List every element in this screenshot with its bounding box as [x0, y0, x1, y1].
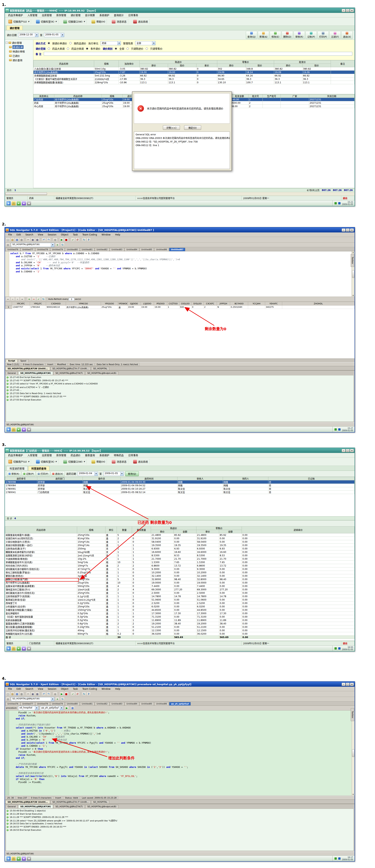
- switch-dept-button[interactable]: 切换科室(K): [34, 19, 59, 24]
- menu-item[interactable]: Search: [23, 687, 35, 691]
- switch-user-button[interactable]: 切换用户(U): [7, 459, 31, 464]
- copy-icon[interactable]: [31, 692, 35, 696]
- table-row[interactable]: 酒石酸美托洛尔片(倍他乐克)25mg*20s盒102.50000.002.500…: [5, 591, 354, 595]
- next-row-icon[interactable]: [15, 297, 20, 301]
- table-row[interactable]: 西咪替丁片0.2g*100s盒102.52000.002.52000.000.0…: [5, 601, 354, 605]
- log-line[interactable]: 15:27:43 select b.* from YF_YPCXDO a,YF_…: [7, 382, 353, 385]
- column-header[interactable]: CXCKFC: [204, 302, 217, 306]
- column-header[interactable]: 生产批号: [263, 94, 281, 98]
- scrollbar-thumb[interactable]: [5, 192, 47, 195]
- table-row[interactable]: 蒙脱石散(思密达)3g*10袋盒1032.14000.0032.14000.00…: [5, 574, 354, 578]
- column-header[interactable]: 金额: [174, 530, 196, 533]
- ie-icon[interactable]: [6, 646, 10, 651]
- scrollbar-thumb[interactable]: [352, 270, 354, 278]
- menu-item[interactable]: 入库管理: [25, 453, 39, 457]
- radio-category[interactable]: [48, 48, 50, 50]
- radio-purchase-only[interactable]: [126, 48, 129, 50]
- maximize-button[interactable]: [346, 449, 350, 452]
- database-icon[interactable]: [6, 697, 10, 701]
- collapse-icon[interactable]: [6, 42, 8, 44]
- column-header[interactable]: 退药时间: [121, 477, 177, 480]
- plsql-code[interactable]: PzxxOO := '本次调价范围内药品有科室退药尚未发药确认的药品,请先处理后…: [9, 711, 351, 796]
- column-header[interactable]: 差价: [196, 64, 217, 67]
- last-row-icon[interactable]: [20, 297, 24, 301]
- explorer-icon[interactable]: [11, 201, 16, 205]
- save-icon[interactable]: [15, 692, 19, 696]
- table-row[interactable]: 1780041门诊西药房陈文佳2009-01-05 08:52:14陈文佳陈文佳…: [5, 491, 354, 494]
- column-header[interactable]: 现价: [302, 64, 331, 67]
- column-header[interactable]: YPGLFC: [30, 302, 46, 306]
- menu-item[interactable]: 系统维护: [97, 453, 111, 457]
- messenger-icon[interactable]: [22, 201, 26, 205]
- editor-tab[interactable]: Untitled85: [139, 702, 154, 705]
- title-bar[interactable]: 医院管理系统【药品——管理员——9999】—— IP:10.99.99.92 【…: [5, 8, 354, 13]
- radio-by-drug[interactable]: [69, 42, 71, 44]
- column-header[interactable]: 金额: [219, 530, 242, 533]
- column-header[interactable]: 购进价: [140, 60, 217, 64]
- new-session-icon[interactable]: [55, 697, 59, 701]
- log-line[interactable]: 15:27:43 and a.CXZTOO = '1' --已调价: [7, 385, 353, 389]
- table-row[interactable]: 奥美拉唑肠溶胶囊(一品红)20mg*14s盒1119.350019.3519.3…: [5, 544, 354, 547]
- save-object-icon[interactable]: [70, 706, 75, 710]
- column-header[interactable]: 失效日期: [309, 94, 354, 98]
- tray-network-icon[interactable]: [335, 202, 337, 205]
- session-combo[interactable]: SD_HOSPITAL@BRJLN7(W): [11, 697, 54, 701]
- action-button[interactable]: 删除(D): [282, 31, 293, 39]
- menu-item[interactable]: File: [6, 233, 14, 237]
- settings-icon[interactable]: [27, 201, 31, 205]
- switch-dept-button[interactable]: 切换科室(K): [34, 459, 59, 464]
- menu-item[interactable]: File: [6, 687, 14, 691]
- menu-item[interactable]: Window: [99, 687, 113, 691]
- table-row[interactable]: 1780098药学部网隆2009-01-04 09:03:30网隆网隆否: [5, 480, 354, 484]
- menu-item[interactable]: View: [36, 233, 45, 237]
- column-header[interactable]: 药品名称: [5, 527, 77, 533]
- tab-price-adjust[interactable]: 调价管理: [6, 26, 23, 30]
- table-row[interactable]: 氯化钾缓释片0.5g*24s盒1117.300017.3017.300017.3…: [5, 612, 354, 615]
- result-view-tab[interactable]: Spool: [18, 359, 29, 362]
- tray-volume-icon[interactable]: [338, 647, 341, 650]
- menu-item[interactable]: 入库管理: [25, 13, 39, 17]
- action-button[interactable]: 退出(X): [51, 471, 65, 476]
- action-button[interactable]: 审核(R): [7, 471, 21, 476]
- menu-item[interactable]: Session: [46, 233, 59, 237]
- radio-condition[interactable]: [86, 48, 88, 50]
- menu-item[interactable]: 药品字典维护: [6, 13, 25, 17]
- plsql-editor[interactable]: PzxxOO := '本次调价范围内药品有科室退药尚未发药确认的药品,请先处理后…: [5, 711, 354, 796]
- log-line[interactable]: 15:27:43 ...: [7, 389, 353, 392]
- minimize-button[interactable]: [342, 9, 345, 12]
- column-header[interactable]: 现价: [168, 64, 196, 67]
- column-header[interactable]: 已记账: [268, 477, 354, 480]
- editor-tab[interactable]: Untitled83: [110, 248, 124, 251]
- menu-item[interactable]: 库存管理: [54, 453, 68, 457]
- exit-system-button[interactable]: 退出系统: [132, 19, 150, 24]
- column-header[interactable]: ZHOHDL: [282, 302, 354, 306]
- table-row[interactable]: 苯磺酸氨氯地平片(安内真)5mg*14s瓶1051.53007.651.5300…: [5, 561, 354, 564]
- media-player-icon[interactable]: [17, 646, 21, 651]
- table-row[interactable]: 枸橼酸托瑞米芬片(法乐通)60mg*7s瓶0.2036.02000.0036.0…: [5, 632, 354, 636]
- menu-item[interactable]: 查询统计: [112, 13, 126, 17]
- column-header[interactable]: 加改单价: [119, 60, 140, 67]
- column-header[interactable]: 规格: [102, 94, 122, 98]
- table-row[interactable]: 硫酸氢氯吡格雷片(泰嘉)25mg*20s盒5421.480085.9221.48…: [5, 533, 354, 537]
- scroll-down-icon[interactable]: ▼: [352, 794, 354, 795]
- log-line[interactable]: 15:27:43 End Script Execution: [7, 376, 353, 379]
- document-tab[interactable]: 科室退药查询: [28, 466, 50, 470]
- menu-item[interactable]: 报表查询: [83, 453, 97, 457]
- column-header[interactable]: SYSLOO: [192, 302, 204, 306]
- date-from-combo[interactable]: 2008-12-30: [18, 33, 38, 37]
- radio-all[interactable]: [115, 48, 117, 50]
- title-bar[interactable]: SQL Navigator 5.7.0 - Xpert Edition - [P…: [5, 227, 354, 232]
- menu-item[interactable]: Search: [23, 233, 35, 237]
- cut-icon[interactable]: [26, 238, 30, 242]
- settings-icon[interactable]: [27, 857, 31, 861]
- table-row[interactable]: 盐酸氨溴索注射液(沐舒坦)2ml:15mg*5支支118.53008.538.5…: [5, 554, 354, 557]
- cut-icon[interactable]: [26, 692, 30, 696]
- menu-item[interactable]: 出库管理: [40, 453, 54, 457]
- table-row[interactable]: 多糖铁复合物胶囊(力蜚能)150mg*10s盒1044.85000.0044.8…: [5, 608, 354, 612]
- chevron-down-icon[interactable]: [117, 41, 121, 45]
- detail-button[interactable]: 详情(<<): [163, 125, 180, 130]
- table-row[interactable]: 琥珀酸美托洛尔缓释片(倍他乐克)47.5mg*7s盒109.30000.009.…: [5, 567, 354, 571]
- column-header[interactable]: 退药单号: [5, 477, 37, 480]
- column-header[interactable]: 数量: [117, 527, 132, 533]
- column-header[interactable]: 单价: [196, 530, 219, 533]
